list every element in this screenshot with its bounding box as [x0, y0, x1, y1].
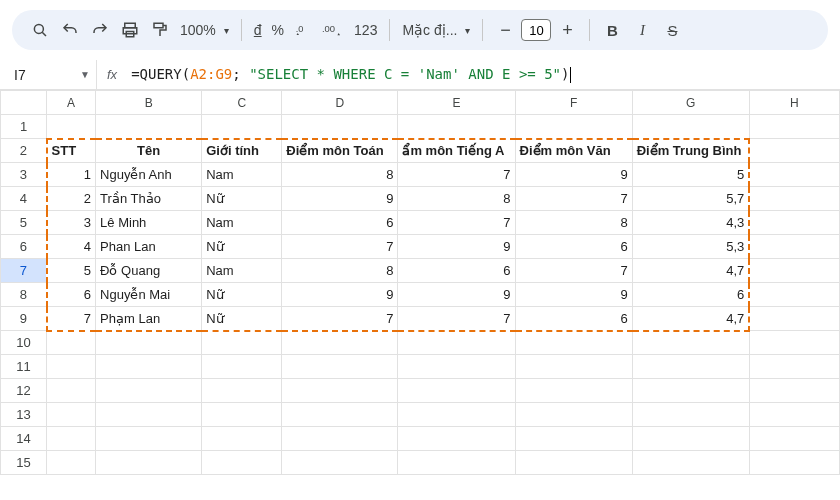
cell-D6[interactable]: 7 — [282, 235, 398, 259]
cell-C7[interactable]: Nam — [202, 259, 282, 283]
cell-C2[interactable]: Giới tính — [202, 139, 282, 163]
cell-B1[interactable] — [96, 115, 202, 139]
cell-E14[interactable] — [398, 427, 515, 451]
cell-F15[interactable] — [515, 451, 632, 475]
cell-D3[interactable]: 8 — [282, 163, 398, 187]
cell-D8[interactable]: 9 — [282, 283, 398, 307]
cell-G6[interactable]: 5,3 — [632, 235, 749, 259]
font-size-input[interactable] — [521, 19, 551, 41]
cell-E12[interactable] — [398, 379, 515, 403]
cell-C15[interactable] — [202, 451, 282, 475]
column-header-B[interactable]: B — [96, 91, 202, 115]
currency-format-button[interactable]: đ — [250, 22, 266, 38]
column-header-A[interactable]: A — [47, 91, 96, 115]
cell-D11[interactable] — [282, 355, 398, 379]
cell-A12[interactable] — [47, 379, 96, 403]
cell-C11[interactable] — [202, 355, 282, 379]
cell-E8[interactable]: 9 — [398, 283, 515, 307]
redo-icon[interactable] — [86, 16, 114, 44]
cell-C8[interactable]: Nữ — [202, 283, 282, 307]
cell-A10[interactable] — [47, 331, 96, 355]
cell-G5[interactable]: 4,3 — [632, 211, 749, 235]
cell-H7[interactable] — [749, 259, 839, 283]
row-header-12[interactable]: 12 — [1, 379, 47, 403]
cell-G8[interactable]: 6 — [632, 283, 749, 307]
cell-F11[interactable] — [515, 355, 632, 379]
cell-E7[interactable]: 6 — [398, 259, 515, 283]
row-header-15[interactable]: 15 — [1, 451, 47, 475]
cell-C12[interactable] — [202, 379, 282, 403]
increase-decimal-button[interactable]: .00 — [320, 16, 348, 44]
column-header-D[interactable]: D — [282, 91, 398, 115]
column-header-C[interactable]: C — [202, 91, 282, 115]
cell-F9[interactable]: 6 — [515, 307, 632, 331]
cell-C5[interactable]: Nam — [202, 211, 282, 235]
column-header-H[interactable]: H — [749, 91, 839, 115]
cell-B6[interactable]: Phan Lan — [96, 235, 202, 259]
row-header-1[interactable]: 1 — [1, 115, 47, 139]
cell-F13[interactable] — [515, 403, 632, 427]
cell-G4[interactable]: 5,7 — [632, 187, 749, 211]
cell-G1[interactable] — [632, 115, 749, 139]
cell-F8[interactable]: 9 — [515, 283, 632, 307]
cell-A8[interactable]: 6 — [47, 283, 96, 307]
cell-C9[interactable]: Nữ — [202, 307, 282, 331]
cell-E3[interactable]: 7 — [398, 163, 515, 187]
row-header-10[interactable]: 10 — [1, 331, 47, 355]
zoom-selector[interactable]: 100% — [176, 22, 233, 38]
cell-A9[interactable]: 7 — [47, 307, 96, 331]
cell-G2[interactable]: Điểm Trung Bình — [632, 139, 749, 163]
cell-H12[interactable] — [749, 379, 839, 403]
cell-C10[interactable] — [202, 331, 282, 355]
cell-C14[interactable] — [202, 427, 282, 451]
column-header-E[interactable]: E — [398, 91, 515, 115]
cell-H8[interactable] — [749, 283, 839, 307]
cell-G3[interactable]: 5 — [632, 163, 749, 187]
cell-E9[interactable]: 7 — [398, 307, 515, 331]
cell-B2[interactable]: Tên — [96, 139, 202, 163]
cell-B7[interactable]: Đỗ Quang — [96, 259, 202, 283]
cell-A3[interactable]: 1 — [47, 163, 96, 187]
cell-F4[interactable]: 7 — [515, 187, 632, 211]
strikethrough-button[interactable]: S — [658, 16, 686, 44]
cell-E2[interactable]: ẩm môn Tiếng A — [398, 139, 515, 163]
cell-D4[interactable]: 9 — [282, 187, 398, 211]
number-format-button[interactable]: 123 — [350, 22, 381, 38]
cell-A4[interactable]: 2 — [47, 187, 96, 211]
cell-D14[interactable] — [282, 427, 398, 451]
font-selector[interactable]: Mặc đị... — [398, 22, 474, 38]
cell-H15[interactable] — [749, 451, 839, 475]
row-header-4[interactable]: 4 — [1, 187, 47, 211]
cell-F10[interactable] — [515, 331, 632, 355]
cell-C6[interactable]: Nữ — [202, 235, 282, 259]
cell-B9[interactable]: Phạm Lan — [96, 307, 202, 331]
cell-F1[interactable] — [515, 115, 632, 139]
name-box[interactable]: I7 ▼ — [8, 67, 96, 83]
cell-A14[interactable] — [47, 427, 96, 451]
cell-B4[interactable]: Trần Thảo — [96, 187, 202, 211]
row-header-2[interactable]: 2 — [1, 139, 47, 163]
cell-B14[interactable] — [96, 427, 202, 451]
cell-B5[interactable]: Lê Minh — [96, 211, 202, 235]
cell-F2[interactable]: Điểm môn Văn — [515, 139, 632, 163]
cell-E5[interactable]: 7 — [398, 211, 515, 235]
print-icon[interactable] — [116, 16, 144, 44]
cell-D2[interactable]: Điểm môn Toán — [282, 139, 398, 163]
cell-E6[interactable]: 9 — [398, 235, 515, 259]
cell-H4[interactable] — [749, 187, 839, 211]
cell-B15[interactable] — [96, 451, 202, 475]
search-icon[interactable] — [26, 16, 54, 44]
spreadsheet-grid[interactable]: ABCDEFGH 12STTTênGiới tínhĐiểm môn Toánẩ… — [0, 90, 840, 475]
decrease-decimal-button[interactable]: .0 — [290, 16, 318, 44]
cell-H5[interactable] — [749, 211, 839, 235]
cell-E13[interactable] — [398, 403, 515, 427]
cell-D15[interactable] — [282, 451, 398, 475]
cell-A6[interactable]: 4 — [47, 235, 96, 259]
cell-C13[interactable] — [202, 403, 282, 427]
row-header-7[interactable]: 7 — [1, 259, 47, 283]
cell-E10[interactable] — [398, 331, 515, 355]
cell-H2[interactable] — [749, 139, 839, 163]
cell-B13[interactable] — [96, 403, 202, 427]
row-header-13[interactable]: 13 — [1, 403, 47, 427]
cell-E1[interactable] — [398, 115, 515, 139]
